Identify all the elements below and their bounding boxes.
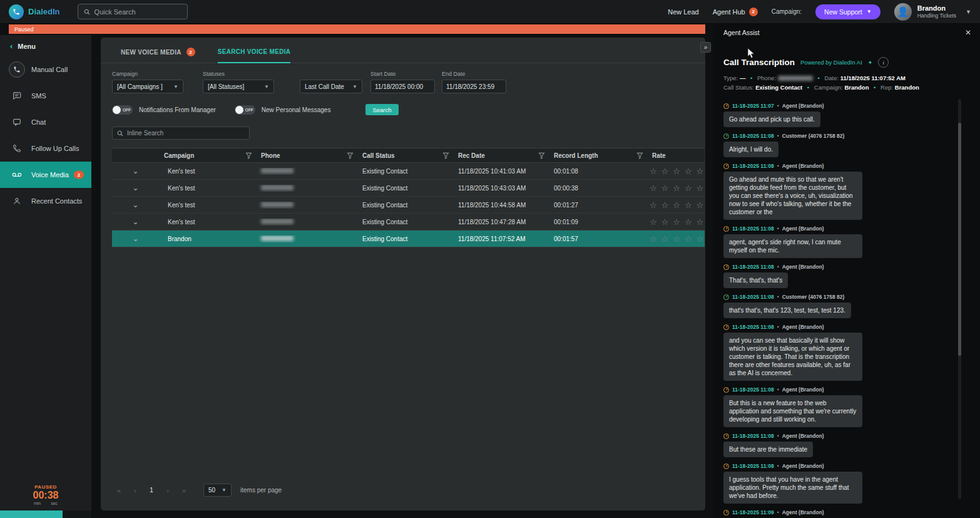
user-menu[interactable]: 👤 Brandon Handling Tickets ▼ [894, 3, 971, 21]
scrollbar-thumb[interactable] [958, 123, 961, 356]
agent-hub-label: Agent Hub [713, 8, 745, 16]
sidebar-item-follow-up-calls[interactable]: Follow Up Calls [0, 135, 91, 162]
sidebar-item-chat[interactable]: Chat [0, 109, 91, 135]
quick-search-input[interactable] [94, 8, 181, 16]
table-row[interactable]: ⌄ Ken's test Existing Contact 11/18/2025… [112, 214, 705, 231]
message-speaker: Agent (Brandon) [782, 103, 824, 109]
info-icon[interactable]: i [878, 57, 889, 68]
table-row[interactable]: ⌄ Ken's test Existing Contact 11/18/2025… [112, 163, 705, 180]
first-page-button[interactable]: « [112, 484, 126, 497]
statuses-filter-select[interactable]: [All Statuses] ▼ [203, 80, 274, 93]
tab-new-voice-media[interactable]: NEW VOICE MEDIA 2 [121, 48, 195, 63]
close-icon[interactable]: ✕ [965, 28, 971, 37]
rating-stars[interactable]: ☆☆☆☆☆ [650, 234, 705, 244]
expand-row-icon[interactable]: ⌄ [132, 236, 138, 242]
page-size-select[interactable]: 50 ▼ [203, 484, 232, 497]
campaign-filter-label: Campaign [112, 71, 183, 77]
bullet: • [777, 386, 779, 393]
tab-label: NEW VOICE MEDIA [121, 49, 181, 56]
agent-assist-panel: Agent Assist ✕ Call Transcription Powere… [713, 24, 980, 518]
transcript-message: 11-18-2025 11:08 • Agent (Brandon) agent… [723, 225, 970, 258]
end-date-input[interactable] [446, 83, 500, 90]
agent-hub-link[interactable]: Agent Hub 2 [713, 8, 758, 16]
expander-column-header [112, 148, 159, 162]
rating-stars[interactable]: ☆☆☆☆☆ [650, 200, 705, 210]
message-timestamp: 11-18-2025 11:08 [732, 163, 774, 169]
message-timestamp: 11-18-2025 11:08 [732, 133, 774, 139]
notifications-toggle-label: Notifications From Manager [139, 106, 216, 113]
message-speaker: Agent (Brandon) [782, 463, 824, 469]
message-timestamp: 11-18-2025 11:08 [732, 324, 774, 330]
assist-panel-expand-button[interactable]: » [700, 42, 711, 53]
new-lead-link[interactable]: New Lead [668, 8, 699, 16]
campaign-filter-select[interactable]: [All Campaigns ] ▼ [112, 80, 183, 93]
transcript-message: 11-18-2025 11:08 • Agent (Brandon) and y… [723, 324, 970, 381]
sidebar-item-sms[interactable]: SMS [0, 83, 91, 109]
bullet: • [777, 133, 779, 139]
menu-back-button[interactable]: ‹ Menu [0, 35, 91, 56]
current-page[interactable]: 1 [145, 484, 158, 497]
expand-row-icon[interactable]: ⌄ [132, 168, 138, 174]
voice-media-tabs: NEW VOICE MEDIA 2 SEARCH VOICE MEDIA [101, 38, 705, 63]
start-date-field[interactable] [370, 80, 435, 93]
filter-funnel-icon[interactable] [636, 152, 643, 159]
filter-funnel-icon[interactable] [442, 152, 449, 159]
cell-record-length: 00:01:09 [549, 219, 647, 225]
transcript-message: 11-18-2025 11:08 • Agent (Brandon) Go ah… [723, 163, 970, 220]
filter-funnel-icon[interactable] [245, 152, 252, 159]
chat-icon [9, 114, 25, 130]
message-text: Alright, I will do. [723, 142, 778, 157]
table-row[interactable]: ⌄ Ken's test Existing Contact 11/18/2025… [112, 180, 705, 197]
date-type-select[interactable]: Last Call Date ▼ [300, 80, 362, 93]
filter-funnel-icon[interactable] [538, 152, 545, 159]
cell-rate: ☆☆☆☆☆ [647, 234, 705, 244]
message-text: I guess tools that you have in the agent… [723, 472, 862, 504]
new-voice-media-badge: 2 [186, 48, 195, 56]
rating-stars[interactable]: ☆☆☆☆☆ [650, 184, 705, 193]
new-support-button[interactable]: New Support ▼ [815, 4, 880, 19]
sidebar-item-label: Follow Up Calls [31, 145, 79, 152]
end-date-field[interactable] [442, 80, 506, 93]
phone-label: Phone: [757, 75, 776, 81]
column-header-campaign: Campaign [164, 152, 194, 159]
inline-search-box[interactable] [112, 127, 250, 140]
message-text: Go ahead and pick up this call. [723, 111, 820, 127]
filter-funnel-icon[interactable] [347, 152, 354, 159]
table-row[interactable]: ⌄ Ken's test Existing Contact 11/18/2025… [112, 197, 705, 214]
contacts-icon [9, 193, 25, 209]
expand-row-icon[interactable]: ⌄ [132, 219, 138, 225]
expand-row-icon[interactable]: ⌄ [132, 202, 138, 208]
notifications-from-manager-toggle[interactable]: OFF [112, 105, 133, 115]
table-row[interactable]: ⌄ Brandon Existing Contact 11/18/2025 11… [112, 231, 705, 247]
user-name: Brandon [917, 4, 956, 12]
cell-rate: ☆☆☆☆☆ [647, 200, 705, 210]
clock-icon [723, 264, 729, 270]
statuses-filter-value: [All Statuses] [208, 83, 244, 90]
chevron-down-icon: ▼ [222, 487, 227, 493]
inline-search-input[interactable] [127, 130, 245, 137]
chevron-double-right-icon: » [704, 44, 708, 51]
sidebar-item-manual-call[interactable]: Manual Call [0, 56, 91, 83]
next-page-button[interactable]: › [161, 484, 175, 497]
previous-page-button[interactable]: ‹ [128, 484, 142, 497]
last-page-button[interactable]: » [177, 484, 191, 497]
sidebar-item-recent-contacts[interactable]: Recent Contacts [0, 188, 91, 214]
cell-call-status: Existing Contact [357, 236, 453, 242]
search-icon [84, 9, 90, 15]
tab-search-voice-media[interactable]: SEARCH VOICE MEDIA [218, 48, 291, 63]
rating-stars[interactable]: ☆☆☆☆☆ [650, 217, 705, 227]
start-date-input[interactable] [375, 83, 429, 90]
date-value: 11/18/2025 11:07:52 AM [840, 75, 906, 81]
new-personal-messages-toggle[interactable]: OFF [235, 105, 255, 115]
chevron-down-icon: ▼ [173, 84, 178, 90]
expand-row-icon[interactable]: ⌄ [132, 185, 138, 191]
callback-phone-icon [9, 140, 25, 157]
filter-bar: Campaign [All Campaigns ] ▼ Statuses [Al… [101, 63, 705, 93]
voice-media-badge: 2 [74, 171, 84, 179]
rating-stars[interactable]: ☆☆☆☆☆ [650, 167, 705, 176]
sidebar-item-voice-media[interactable]: Voice Media 2 [0, 162, 91, 188]
transcript-scrollbar[interactable] [958, 99, 961, 499]
search-button[interactable]: Search [365, 104, 398, 115]
call-meta: Type: — • Phone: • Date: 11/18/2025 11:0… [713, 68, 980, 92]
quick-search-box[interactable] [78, 4, 188, 19]
